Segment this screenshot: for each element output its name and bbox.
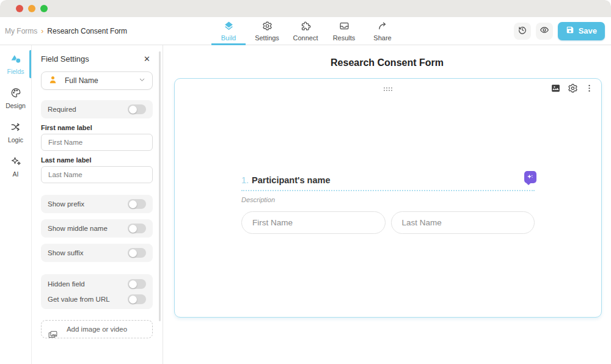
save-label: Save: [579, 26, 597, 35]
rail-item-label: Design: [5, 102, 26, 109]
left-rail: Fields Design Logic AI: [0, 45, 32, 364]
get-value-from-url-label: Get value from URL: [48, 296, 110, 303]
palette-icon: [10, 87, 21, 100]
breadcrumb: My Forms › Research Consent Form: [5, 17, 127, 45]
get-value-from-url-setting: Get value from URL: [48, 294, 146, 304]
rail-item-label: Logic: [8, 136, 23, 144]
shuffle-icon: [10, 122, 21, 134]
add-media-label: Add image or video: [42, 326, 152, 333]
ai-assistant-chip[interactable]: [524, 171, 536, 183]
rail-item-logic[interactable]: Logic: [0, 117, 31, 148]
field-settings-panel: Field Settings ✕ Full Name Required Firs…: [32, 45, 163, 364]
fullname-question-block[interactable]: 1. Participant's name Description: [241, 175, 535, 234]
panel-scrollbar[interactable]: [159, 51, 161, 321]
required-toggle[interactable]: [128, 104, 146, 114]
panel-title: Field Settings: [41, 54, 89, 64]
show-prefix-toggle[interactable]: [128, 199, 146, 209]
show-prefix-setting: Show prefix: [41, 195, 153, 213]
inbox-icon: [339, 21, 349, 32]
top-toolbar: My Forms › Research Consent Form Build S…: [0, 17, 611, 45]
tab-label: Settings: [255, 34, 279, 42]
tab-label: Build: [221, 34, 236, 42]
field-type-selector[interactable]: Full Name: [41, 71, 153, 90]
last-name-label: Last name label: [41, 156, 153, 164]
window-titlebar: [0, 0, 611, 17]
question-number: 1.: [241, 175, 249, 185]
rail-item-label: AI: [13, 170, 19, 178]
cover-image-button[interactable]: [551, 83, 561, 93]
chevron-down-icon: [139, 76, 145, 85]
puzzle-icon: [301, 21, 311, 32]
drag-handle-icon[interactable]: [382, 86, 394, 93]
rail-item-design[interactable]: Design: [0, 83, 31, 114]
hidden-field-group: Hidden field Get value from URL: [41, 274, 153, 309]
last-name-label-input[interactable]: [41, 166, 153, 183]
tab-label: Connect: [293, 34, 318, 42]
hidden-field-toggle[interactable]: [128, 279, 146, 289]
tab-connect[interactable]: Connect: [288, 17, 323, 45]
show-suffix-label: Show suffix: [48, 249, 84, 257]
gear-icon: [262, 21, 273, 32]
rail-item-fields[interactable]: Fields: [0, 49, 31, 79]
kebab-menu-icon[interactable]: [585, 84, 594, 93]
tab-label: Results: [333, 34, 356, 42]
breadcrumb-my-forms-link[interactable]: My Forms: [5, 27, 37, 35]
hidden-field-setting: Hidden field: [48, 279, 146, 289]
last-name-input[interactable]: [391, 211, 535, 234]
maximize-window-button[interactable]: [40, 5, 48, 12]
question-label[interactable]: Participant's name: [252, 175, 330, 185]
workspace: Fields Design Logic AI: [0, 45, 611, 364]
breadcrumb-separator: ›: [41, 27, 43, 35]
first-name-label: First name label: [41, 124, 153, 131]
tab-build[interactable]: Build: [211, 17, 246, 45]
tab-share[interactable]: Share: [365, 17, 400, 45]
person-icon: [48, 75, 57, 86]
minimize-window-button[interactable]: [28, 5, 35, 12]
question-label-row: 1. Participant's name: [241, 175, 535, 191]
toolbar-actions: Save: [514, 17, 605, 45]
share-arrow-icon: [378, 21, 388, 32]
sparkles-icon: [10, 156, 21, 168]
rail-item-label: Fields: [7, 68, 24, 75]
hidden-field-label: Hidden field: [48, 280, 85, 288]
show-prefix-label: Show prefix: [48, 200, 84, 208]
first-name-input[interactable]: [241, 211, 386, 234]
floppy-disk-icon: [566, 26, 574, 36]
show-middle-name-label: Show middle name: [48, 225, 108, 232]
eye-icon: [540, 25, 549, 37]
active-indicator: [29, 50, 31, 78]
page-settings-gear-icon[interactable]: [568, 83, 578, 93]
form-page-card[interactable]: 1. Participant's name Description: [174, 78, 602, 318]
layers-icon: [224, 21, 234, 32]
show-suffix-toggle[interactable]: [128, 248, 146, 258]
show-suffix-setting: Show suffix: [41, 244, 153, 262]
add-image-or-video-button[interactable]: Add image or video: [41, 320, 153, 338]
close-icon[interactable]: ✕: [141, 53, 153, 65]
tab-results[interactable]: Results: [327, 17, 361, 45]
close-window-button[interactable]: [16, 5, 23, 12]
revision-history-button[interactable]: [514, 23, 531, 40]
app-window: My Forms › Research Consent Form Build S…: [0, 0, 611, 364]
show-middle-name-setting: Show middle name: [41, 219, 153, 238]
tab-settings[interactable]: Settings: [250, 17, 284, 45]
tab-label: Share: [373, 34, 391, 42]
card-actions: [551, 83, 594, 93]
question-description-placeholder[interactable]: Description: [241, 196, 535, 203]
required-setting: Required: [41, 100, 153, 118]
form-canvas: Research Consent Form: [163, 45, 611, 364]
field-type-value: Full Name: [65, 76, 98, 85]
panel-header: Field Settings ✕: [41, 53, 153, 65]
name-inputs-row: [241, 211, 535, 234]
save-button[interactable]: Save: [558, 22, 605, 40]
show-middle-name-toggle[interactable]: [128, 224, 146, 233]
form-title[interactable]: Research Consent Form: [163, 57, 611, 68]
rail-item-ai[interactable]: AI: [0, 151, 31, 182]
fields-shapes-icon: [10, 53, 21, 65]
first-name-label-input[interactable]: [41, 134, 153, 151]
required-label: Required: [48, 106, 76, 113]
history-icon: [518, 25, 527, 37]
get-value-from-url-toggle[interactable]: [128, 294, 146, 304]
breadcrumb-form-name: Research Consent Form: [47, 27, 127, 35]
preview-button[interactable]: [536, 23, 553, 40]
